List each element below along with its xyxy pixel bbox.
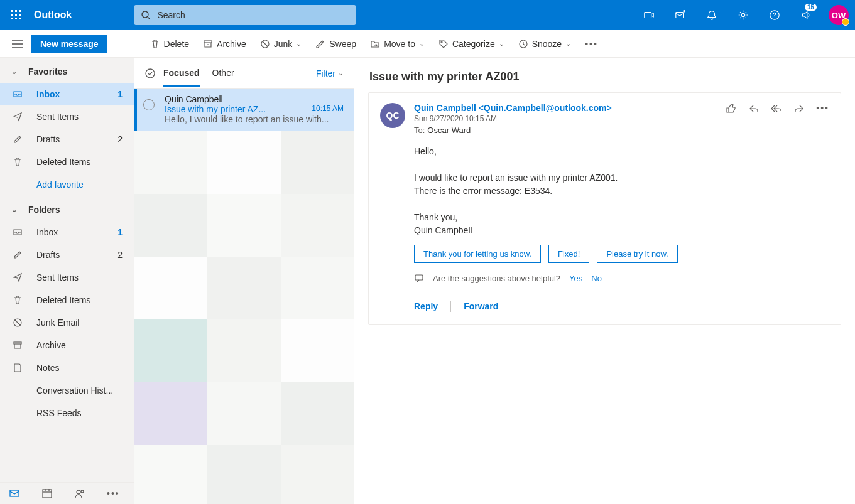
nav-folder-notes[interactable]: Notes bbox=[0, 357, 134, 379]
svg-rect-5 bbox=[19, 14, 21, 16]
settings-icon[interactable] bbox=[731, 0, 756, 30]
mail-module-icon[interactable] bbox=[9, 488, 20, 499]
whats-new-icon[interactable]: 15 bbox=[793, 0, 819, 30]
tag-icon bbox=[438, 39, 449, 49]
send-icon bbox=[11, 112, 24, 122]
svg-point-13 bbox=[741, 13, 744, 16]
nav-folder-rss[interactable]: RSS Feeds bbox=[0, 402, 134, 424]
move-to-button[interactable]: Move to⌄ bbox=[370, 39, 425, 49]
svg-rect-26 bbox=[10, 490, 19, 496]
nav-deleted[interactable]: Deleted Items bbox=[0, 151, 134, 173]
notification-badge: 15 bbox=[805, 4, 817, 11]
mail-plus-icon[interactable] bbox=[668, 0, 693, 30]
new-message-button[interactable]: New message bbox=[31, 35, 107, 53]
notifications-icon[interactable] bbox=[699, 0, 724, 30]
nav-folder-drafts[interactable]: Drafts2 bbox=[0, 244, 134, 266]
chevron-down-icon: ⌄ bbox=[338, 69, 344, 77]
svg-point-31 bbox=[77, 490, 80, 494]
suggested-reply-2[interactable]: Fixed! bbox=[548, 245, 589, 263]
delete-button[interactable]: Delete bbox=[150, 39, 189, 49]
svg-line-20 bbox=[263, 41, 268, 46]
svg-rect-12 bbox=[676, 13, 684, 18]
feedback-yes[interactable]: Yes bbox=[569, 274, 582, 283]
nav-folder-junk[interactable]: Junk Email bbox=[0, 311, 134, 334]
more-actions-icon[interactable]: ••• bbox=[816, 103, 829, 135]
junk-icon bbox=[11, 318, 24, 328]
people-module-icon[interactable] bbox=[74, 488, 85, 499]
clock-icon bbox=[518, 39, 528, 49]
trash-icon bbox=[150, 39, 160, 49]
help-icon[interactable] bbox=[762, 0, 787, 30]
like-icon[interactable] bbox=[726, 103, 737, 135]
list-placeholder bbox=[134, 131, 354, 504]
feedback-question: Are the suggestions above helpful? bbox=[433, 274, 560, 283]
svg-rect-34 bbox=[415, 275, 423, 280]
favorites-section[interactable]: ⌄Favorites bbox=[0, 58, 134, 83]
app-launcher-icon[interactable] bbox=[6, 5, 26, 25]
svg-rect-0 bbox=[11, 10, 13, 12]
add-favorite[interactable]: Add favorite bbox=[0, 173, 134, 196]
svg-rect-7 bbox=[15, 18, 17, 19]
svg-line-10 bbox=[148, 17, 150, 19]
sweep-button[interactable]: Sweep bbox=[315, 39, 356, 49]
nav-folder-inbox[interactable]: Inbox1 bbox=[0, 221, 134, 244]
chevron-down-icon: ⌄ bbox=[565, 40, 571, 48]
feedback-no[interactable]: No bbox=[591, 274, 602, 283]
search-input[interactable] bbox=[157, 10, 349, 20]
chevron-down-icon: ⌄ bbox=[499, 40, 504, 48]
trash-icon bbox=[11, 295, 24, 305]
snooze-button[interactable]: Snooze⌄ bbox=[518, 39, 571, 49]
sender-avatar: QC bbox=[380, 103, 405, 128]
suggested-reply-1[interactable]: Thank you for letting us know. bbox=[414, 245, 541, 263]
svg-rect-2 bbox=[19, 10, 21, 12]
tab-other[interactable]: Other bbox=[212, 60, 234, 87]
nav-folder-deleted[interactable]: Deleted Items bbox=[0, 289, 134, 311]
svg-point-9 bbox=[142, 11, 148, 18]
tab-focused[interactable]: Focused bbox=[163, 60, 200, 87]
junk-button[interactable]: Junk⌄ bbox=[260, 39, 302, 49]
note-icon bbox=[11, 363, 24, 373]
select-circle-icon[interactable] bbox=[143, 99, 155, 110]
nav-folder-archive[interactable]: Archive bbox=[0, 334, 134, 357]
app-name: Outlook bbox=[34, 9, 72, 21]
svg-rect-25 bbox=[14, 342, 21, 344]
svg-rect-3 bbox=[11, 14, 13, 16]
reading-subject: Issue with my printer AZ001 bbox=[369, 70, 841, 83]
forward-link[interactable]: Forward bbox=[464, 301, 498, 311]
nav-folder-conversation-history[interactable]: Conversation Hist... bbox=[0, 379, 134, 402]
archive-button[interactable]: Archive bbox=[203, 39, 246, 49]
svg-point-21 bbox=[441, 41, 442, 43]
suggested-reply-3[interactable]: Please try it now. bbox=[597, 245, 677, 263]
feedback-icon bbox=[414, 273, 424, 283]
more-icon: ••• bbox=[585, 39, 598, 49]
message-list-item[interactable]: Quin Campbell Issue with my printer AZ..… bbox=[134, 89, 354, 131]
nav-folder-sent[interactable]: Sent Items bbox=[0, 266, 134, 289]
nav-inbox[interactable]: Inbox1 bbox=[0, 83, 134, 105]
account-avatar[interactable]: OW bbox=[829, 5, 849, 25]
hamburger-icon[interactable] bbox=[8, 34, 28, 54]
search-box[interactable] bbox=[134, 5, 356, 25]
reply-icon[interactable] bbox=[748, 103, 760, 135]
edit-icon bbox=[11, 134, 24, 144]
folders-section[interactable]: ⌄Folders bbox=[0, 196, 134, 221]
message-body: Hello, I would like to report an issue w… bbox=[414, 145, 829, 237]
chevron-down-icon: ⌄ bbox=[11, 68, 17, 76]
teams-call-icon[interactable] bbox=[636, 0, 662, 30]
edit-icon bbox=[11, 250, 24, 260]
reply-link[interactable]: Reply bbox=[414, 301, 438, 311]
filter-button[interactable]: Filter⌄ bbox=[316, 68, 344, 78]
categorize-button[interactable]: Categorize⌄ bbox=[438, 39, 504, 49]
archive-icon bbox=[203, 39, 213, 49]
select-all-icon[interactable] bbox=[144, 68, 160, 79]
nav-drafts[interactable]: Drafts2 bbox=[0, 128, 134, 151]
more-commands-button[interactable]: ••• bbox=[585, 39, 598, 49]
chevron-down-icon: ⌄ bbox=[11, 206, 17, 214]
svg-rect-11 bbox=[645, 13, 651, 18]
nav-sent[interactable]: Sent Items bbox=[0, 105, 134, 128]
archive-icon bbox=[11, 340, 24, 350]
reply-all-icon[interactable] bbox=[771, 103, 782, 135]
more-modules-icon[interactable]: ••• bbox=[107, 488, 120, 498]
inbox-icon bbox=[11, 89, 24, 99]
forward-icon[interactable] bbox=[793, 103, 805, 135]
calendar-module-icon[interactable] bbox=[41, 488, 53, 499]
